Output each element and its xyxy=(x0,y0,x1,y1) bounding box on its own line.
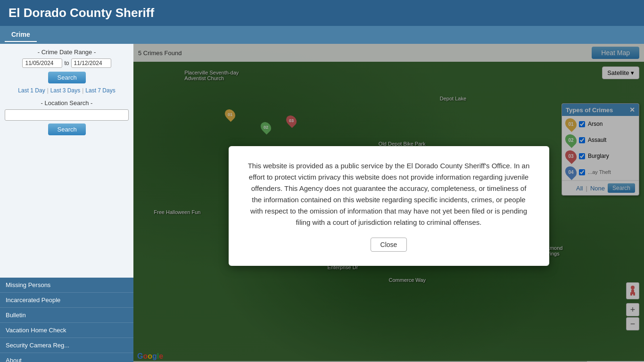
quick-links: Last 1 Day | Last 3 Days | Last 7 Days xyxy=(5,87,129,94)
to-label: to xyxy=(64,60,69,66)
last-3-days-link[interactable]: Last 3 Days xyxy=(50,87,80,94)
app-header: El Dorado County Sheriff xyxy=(0,0,644,26)
last-7-days-link[interactable]: Last 7 Days xyxy=(85,87,115,94)
sidebar-item-bulletin[interactable]: Bulletin xyxy=(0,308,133,323)
location-input[interactable] xyxy=(5,109,129,121)
location-search-button[interactable]: Search xyxy=(48,123,86,135)
date-search-button[interactable]: Search xyxy=(48,72,86,83)
sidebar-item-about[interactable]: About xyxy=(0,353,133,362)
date-from-input[interactable] xyxy=(22,58,62,68)
modal-overlay: This website is provided as a public ser… xyxy=(133,44,644,362)
app-title: El Dorado County Sheriff xyxy=(8,6,154,20)
map-area: 5 Crimes Found Heat Map Satellite ▾ Plac… xyxy=(133,44,644,362)
sidebar-item-vacation-home-check[interactable]: Vacation Home Check xyxy=(0,323,133,338)
date-range-row: to xyxy=(5,58,129,68)
modal-dialog: This website is provided as a public ser… xyxy=(229,146,549,266)
sidebar-item-security-camera-reg[interactable]: Security Camera Reg... xyxy=(0,338,133,353)
tab-crime[interactable]: Crime xyxy=(5,28,37,42)
location-search-label: - Location Search - xyxy=(5,99,129,107)
sidebar-item-missing-persons[interactable]: Missing Persons xyxy=(0,278,133,293)
date-range-label: - Crime Date Range - xyxy=(5,49,129,56)
sidebar-item-incarcerated-people[interactable]: Incarcerated People xyxy=(0,293,133,308)
nav-items: Missing Persons Incarcerated People Bull… xyxy=(0,278,133,362)
date-to-input[interactable] xyxy=(71,58,111,68)
modal-message: This website is provided as a public ser… xyxy=(248,160,530,228)
main-layout: - Crime Date Range - to Search Last 1 Da… xyxy=(0,44,644,362)
topbar: Crime xyxy=(0,26,644,44)
last-1-day-link[interactable]: Last 1 Day xyxy=(18,87,45,94)
modal-close-button[interactable]: Close xyxy=(371,238,407,252)
sidebar: - Crime Date Range - to Search Last 1 Da… xyxy=(0,44,133,362)
